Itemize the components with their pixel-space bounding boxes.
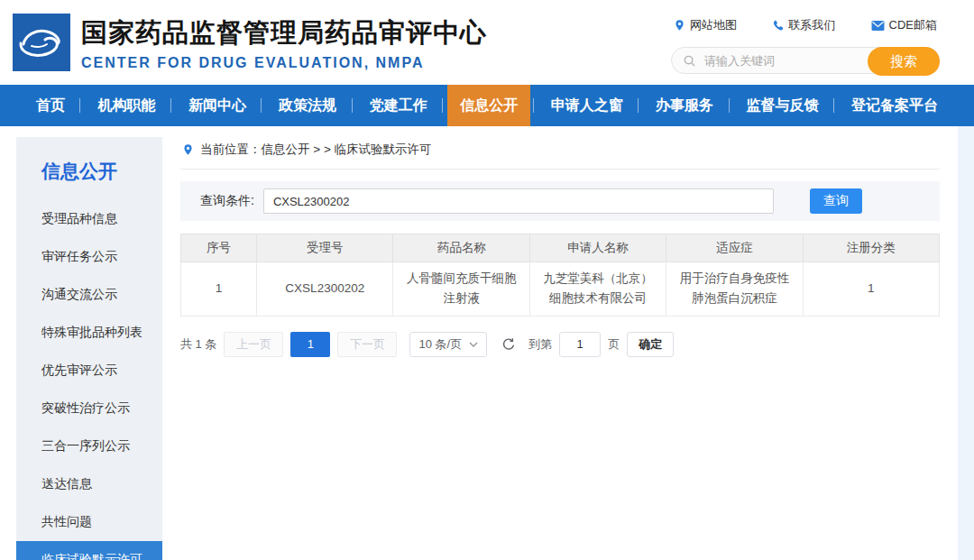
site-titles: 国家药品监督管理局药品审评中心 CENTER FOR DRUG EVALUATI… (81, 14, 487, 85)
phone-icon (772, 20, 784, 32)
sidebar-item-delivery-info[interactable]: 送达信息 (16, 465, 162, 503)
cell-registration-category: 1 (803, 262, 939, 317)
sidebar-item-priority-review[interactable]: 优先审评公示 (16, 352, 162, 390)
query-label: 查询条件: (200, 193, 254, 209)
nav-item-services[interactable]: 办事服务 (643, 85, 726, 126)
header-quick-links: 网站地图 联系我们 CDE邮箱 (671, 17, 940, 33)
nav-item-home[interactable]: 首页 (23, 85, 78, 126)
results-table: 序号 受理号 药品名称 申请人名称 适应症 注册分类 1 CXSL2300202… (180, 234, 940, 317)
site-header: 国家药品监督管理局药品审评中心 CENTER FOR DRUG EVALUATI… (0, 0, 974, 85)
nav-item-policies[interactable]: 政策法规 (266, 85, 349, 126)
col-header-registration-category: 注册分类 (803, 234, 939, 262)
col-header-acceptance-number: 受理号 (257, 234, 393, 262)
table-row: 1 CXSL2300202 人骨髓间充质干细胞注射液 九芝堂美科（北京）细胞技术… (181, 262, 940, 317)
query-condition-input[interactable] (263, 188, 774, 214)
page-size-value: 10 条/页 (418, 336, 462, 353)
table-header-row: 序号 受理号 药品名称 申请人名称 适应症 注册分类 (181, 234, 940, 262)
search-button[interactable]: 搜索 (868, 47, 940, 76)
pagination-total: 共 1 条 (180, 336, 216, 353)
sidebar-item-common-issues[interactable]: 共性问题 (16, 503, 162, 541)
page-unit-label: 页 (608, 336, 620, 353)
sitemap-link[interactable]: 网站地图 (674, 17, 737, 33)
site-search-bar: 搜索 (671, 47, 940, 74)
sidebar-item-clinical-trial-implied-license[interactable]: 临床试验默示许可 (16, 541, 162, 560)
sidebar-item-review-tasks[interactable]: 审评任务公示 (16, 238, 162, 276)
cde-swan-logo-icon (13, 14, 70, 71)
next-page-button[interactable]: 下一页 (337, 332, 397, 357)
cell-applicant-name: 九芝堂美科（北京）细胞技术有限公司 (529, 262, 666, 317)
cell-indication: 用于治疗自身免疫性肺泡蛋白沉积症 (666, 262, 803, 317)
cde-mail-label: CDE邮箱 (889, 17, 937, 33)
site-subtitle: CENTER FOR DRUG EVALUATION, NMPA (81, 55, 487, 71)
sidebar-item-communication[interactable]: 沟通交流公示 (16, 276, 162, 314)
goto-page-label: 到第 (528, 336, 552, 353)
cell-drug-name: 人骨髓间充质干细胞注射液 (393, 262, 529, 317)
query-button[interactable]: 查询 (810, 188, 862, 214)
main-nav: 首页 机构职能 新闻中心 政策法规 党建工作 信息公开 申请人之窗 办事服务 监… (0, 85, 974, 126)
nav-item-registration-platform[interactable]: 登记备案平台 (839, 85, 951, 126)
location-pin-icon (674, 19, 685, 32)
sidebar-title: 信息公开 (16, 137, 162, 195)
col-header-applicant-name: 申请人名称 (529, 234, 666, 262)
location-pin-icon (182, 143, 194, 156)
sidebar: 信息公开 受理品种信息 审评任务公示 沟通交流公示 特殊审批品种列表 优先审评公… (16, 137, 162, 560)
chevron-down-icon (469, 342, 478, 347)
cde-mail-link[interactable]: CDE邮箱 (871, 17, 937, 33)
page-size-select[interactable]: 10 条/页 (409, 332, 487, 357)
sidebar-item-breakthrough-therapy[interactable]: 突破性治疗公示 (16, 390, 162, 427)
nav-item-news[interactable]: 新闻中心 (176, 85, 259, 126)
contact-link[interactable]: 联系我们 (772, 17, 835, 33)
confirm-button[interactable]: 确定 (627, 332, 674, 357)
nav-item-information-disclosure[interactable]: 信息公开 (447, 85, 530, 126)
breadcrumb: 当前位置：信息公开 > > 临床试验默示许可 (180, 137, 940, 170)
current-page-button[interactable]: 1 (290, 332, 330, 357)
mail-icon (871, 20, 885, 32)
query-form: 查询条件: 查询 (180, 181, 940, 221)
breadcrumb-text: 当前位置：信息公开 > > 临床试验默示许可 (200, 142, 432, 158)
col-header-drug-name: 药品名称 (393, 234, 529, 262)
site-title: 国家药品监督管理局药品审评中心 (81, 15, 487, 51)
nav-item-applicant-window[interactable]: 申请人之窗 (538, 85, 636, 126)
sitemap-label: 网站地图 (690, 17, 737, 33)
col-header-index: 序号 (181, 234, 257, 262)
cell-index: 1 (181, 262, 257, 317)
refresh-icon[interactable] (501, 337, 516, 352)
sidebar-item-three-in-one[interactable]: 三合一序列公示 (16, 427, 162, 465)
goto-page-input[interactable] (559, 332, 601, 357)
cell-acceptance-number: CXSL2300202 (257, 262, 393, 317)
prev-page-button[interactable]: 上一页 (224, 332, 283, 357)
nav-item-supervision-feedback[interactable]: 监督与反馈 (734, 85, 832, 126)
search-icon (683, 54, 696, 68)
col-header-indication: 适应症 (666, 234, 803, 262)
nav-item-party-building[interactable]: 党建工作 (357, 85, 440, 126)
contact-label: 联系我们 (788, 17, 835, 33)
sidebar-item-special-approval-list[interactable]: 特殊审批品种列表 (16, 314, 162, 352)
sidebar-item-accepted-varieties[interactable]: 受理品种信息 (16, 200, 162, 238)
pagination: 共 1 条 上一页 1 下一页 10 条/页 到第 页 确定 (180, 332, 940, 357)
nav-item-functions[interactable]: 机构职能 (85, 85, 168, 126)
right-background-strip (958, 126, 974, 560)
search-input[interactable] (703, 53, 863, 69)
